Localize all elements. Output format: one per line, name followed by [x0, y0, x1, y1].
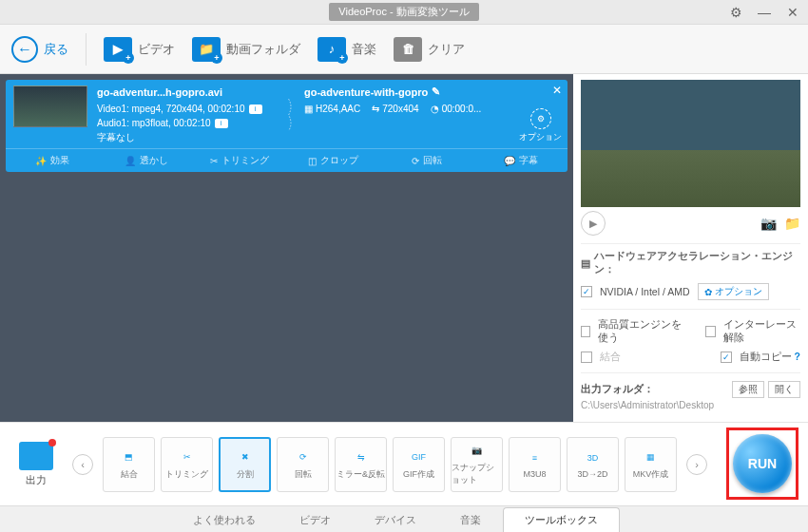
- rotate-button[interactable]: ⟳ 回転: [380, 149, 474, 172]
- preset-icon: ⇋: [351, 448, 372, 466]
- chip-icon: ▤: [581, 257, 590, 269]
- preset-label: GIF作成: [403, 468, 434, 481]
- remove-item-icon[interactable]: ✕: [552, 84, 562, 97]
- add-music-button[interactable]: ♪+ 音楽: [317, 37, 376, 62]
- output-folder-label: 出力フォルダ：: [581, 383, 654, 396]
- preset-label: MKV作成: [633, 468, 669, 481]
- tab-音楽[interactable]: 音楽: [438, 507, 503, 532]
- run-button[interactable]: RUN: [733, 434, 792, 493]
- preview-player[interactable]: [581, 80, 800, 207]
- preset-label: 3D→2D: [577, 469, 607, 479]
- preset-label: 回転: [295, 468, 312, 481]
- preset-分割[interactable]: ✖分割: [219, 437, 271, 492]
- preset-回転[interactable]: ⟳回転: [277, 437, 329, 492]
- info-icon[interactable]: i: [215, 119, 228, 128]
- scroll-left-button[interactable]: ‹: [72, 454, 93, 475]
- preset-結合[interactable]: ⬒結合: [103, 437, 155, 492]
- minimize-button[interactable]: ―: [753, 3, 776, 22]
- main-toolbar: ← 戻る ▶+ ビデオ 📁+ 動画フォルダ ♪+ 音楽 🗑 クリア: [0, 25, 808, 74]
- settings-gear-icon[interactable]: ⚙: [724, 3, 747, 22]
- deinterlace-label: インターレース解除: [723, 318, 800, 345]
- file-list-panel: ✕ go-adventur...h-gopro.avi Video1: mpeg…: [0, 74, 573, 422]
- source-metadata: go-adventur...h-gopro.avi Video1: mpeg4,…: [97, 86, 278, 144]
- tab-デバイス[interactable]: デバイス: [353, 507, 438, 532]
- play-button[interactable]: ▶: [581, 211, 606, 236]
- scroll-right-button[interactable]: ›: [686, 454, 707, 475]
- video-thumbnail: [13, 86, 87, 127]
- preset-MKV作成[interactable]: ▦MKV作成: [625, 437, 677, 492]
- preset-label: 分割: [237, 468, 254, 481]
- preset-GIF作成[interactable]: GIFGIF作成: [393, 437, 445, 492]
- preset-label: スナップショット: [452, 462, 502, 486]
- subtitle-button[interactable]: 💬 字幕: [474, 149, 568, 172]
- autocopy-label: 自動コピー ?: [740, 351, 800, 364]
- preset-ミラー&反転[interactable]: ⇋ミラー&反転: [335, 437, 387, 492]
- edit-name-icon[interactable]: ✎: [432, 86, 440, 98]
- effect-button[interactable]: ✨ 効果: [6, 149, 100, 172]
- preset-label: ミラー&反転: [337, 468, 385, 481]
- preset-M3U8[interactable]: ≡M3U8: [509, 437, 561, 492]
- video-stream-info: Video1: mpeg4, 720x404, 00:02:10i: [97, 102, 278, 116]
- hw-option-button[interactable]: ✿ オプション: [698, 283, 769, 300]
- tab-ビデオ[interactable]: ビデオ: [278, 507, 353, 532]
- browse-button[interactable]: 参照: [732, 381, 764, 398]
- preset-icon: 📷: [467, 442, 488, 459]
- preset-icon: GIF: [409, 448, 430, 466]
- output-mode-button[interactable]: 出力: [10, 442, 63, 487]
- subtitle-info: 字幕なし: [97, 130, 278, 144]
- preset-icon: ✂: [177, 448, 198, 466]
- folder-icon: 📁+: [192, 37, 221, 62]
- run-highlight: RUN: [726, 428, 798, 500]
- back-label: 戻る: [44, 41, 68, 58]
- codec-option-button[interactable]: ⚙ オプション: [519, 108, 562, 143]
- preset-icon: ≡: [525, 449, 546, 466]
- hq-engine-label: 高品質エンジンを使う: [598, 318, 684, 345]
- close-button[interactable]: ✕: [781, 3, 804, 22]
- info-icon[interactable]: i: [249, 104, 262, 114]
- preset-icon: ▦: [641, 448, 662, 466]
- filename: go-adventur...h-gopro.avi: [97, 86, 278, 100]
- output-filename: go-adventure-with-gopro✎: [304, 86, 560, 98]
- hw-accel-header: ▤ハードウェアアクセラレーション・エンジン：: [581, 250, 800, 276]
- snapshot-icon[interactable]: 📷: [760, 216, 777, 231]
- hw-accel-value: NVIDIA / Intel / AMD: [600, 286, 690, 297]
- tab-ツールボックス[interactable]: ツールボックス: [503, 507, 620, 532]
- deinterlace-checkbox[interactable]: [705, 326, 715, 337]
- add-folder-label: 動画フォルダ: [226, 41, 300, 58]
- open-button[interactable]: 開く: [768, 381, 800, 398]
- codec-option-label: オプション: [519, 131, 562, 143]
- add-folder-button[interactable]: 📁+ 動画フォルダ: [192, 37, 300, 62]
- trash-icon: 🗑: [394, 37, 422, 62]
- merge-checkbox[interactable]: [581, 352, 592, 363]
- hq-engine-checkbox[interactable]: [581, 326, 590, 337]
- watermark-button[interactable]: 👤 透かし: [100, 149, 194, 172]
- back-arrow-icon: ←: [11, 36, 38, 63]
- clear-button[interactable]: 🗑 クリア: [394, 37, 465, 62]
- autocopy-checkbox[interactable]: ✓: [721, 352, 732, 363]
- video-icon: ▶+: [104, 37, 132, 62]
- category-tabs: よく使われるビデオデバイス音楽ツールボックス: [0, 505, 808, 532]
- output-label: 出力: [10, 473, 63, 487]
- audio-stream-info: Audio1: mp3float, 00:02:10i: [97, 116, 278, 130]
- add-video-button[interactable]: ▶+ ビデオ: [104, 37, 175, 62]
- back-button[interactable]: ← 戻る: [11, 36, 68, 63]
- add-music-label: 音楽: [352, 41, 376, 58]
- tab-よく使われる[interactable]: よく使われる: [171, 507, 278, 532]
- output-codec: ▦ H264,AAC: [304, 104, 360, 114]
- open-folder-icon[interactable]: 📁: [784, 216, 800, 231]
- music-icon: ♪+: [317, 37, 346, 62]
- window-title: VideoProc - 動画変換ツール: [329, 3, 478, 21]
- codec-gear-icon: ⚙: [530, 108, 551, 129]
- clear-label: クリア: [428, 41, 465, 58]
- hw-accel-checkbox[interactable]: ✓: [581, 286, 592, 297]
- preset-3D→2D[interactable]: 3D3D→2D: [567, 437, 619, 492]
- preset-icon: 3D: [583, 449, 604, 466]
- preset-トリミング[interactable]: ✂トリミング: [161, 437, 213, 492]
- output-resolution: ⇆ 720x404: [372, 104, 418, 114]
- video-item-card[interactable]: ✕ go-adventur...h-gopro.avi Video1: mpeg…: [6, 80, 568, 172]
- trim-button[interactable]: ✂ トリミング: [193, 149, 287, 172]
- preset-icon: ✖: [235, 448, 256, 466]
- crop-button[interactable]: ◫ クロップ: [287, 149, 381, 172]
- preset-スナップショット[interactable]: 📷スナップショット: [451, 437, 503, 492]
- side-panel: ▶ 📷 📁 ▤ハードウェアアクセラレーション・エンジン： ✓ NVIDIA / …: [573, 74, 808, 422]
